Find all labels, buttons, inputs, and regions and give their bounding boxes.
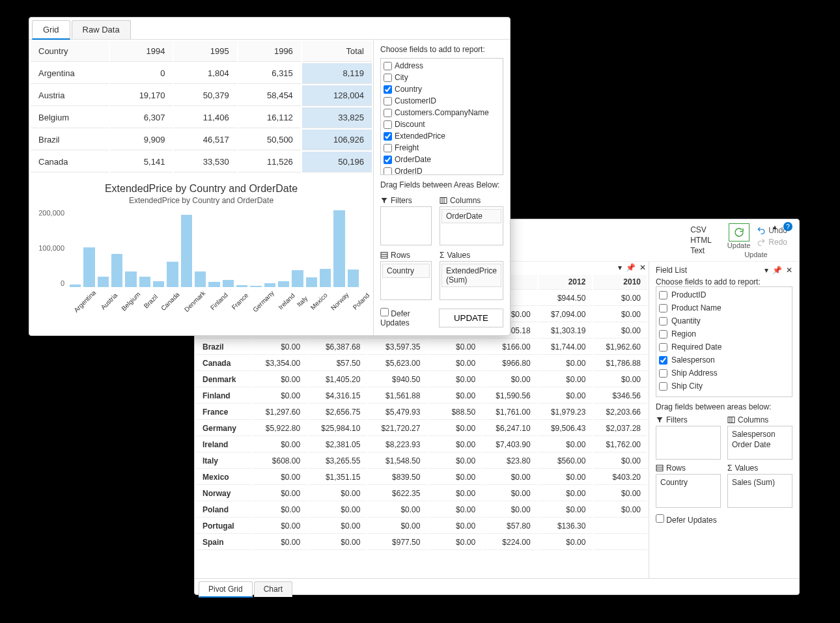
field-item[interactable]: CustomerID — [384, 95, 500, 107]
field-item[interactable]: ProductID — [659, 288, 789, 301]
drop-token[interactable]: ExtendedPrice (Sum) — [441, 264, 501, 287]
pin-icon[interactable]: 📌 — [626, 263, 636, 272]
field-item[interactable]: Discount — [384, 118, 500, 130]
cell: $1,561.88 — [368, 389, 427, 404]
cell: $4,316.15 — [308, 389, 367, 404]
cell: $1,979.23 — [539, 405, 593, 420]
pin-icon[interactable]: 📌 — [772, 266, 782, 275]
column-header[interactable]: Total — [302, 41, 372, 62]
close-icon[interactable]: ✕ — [639, 263, 646, 272]
export-html[interactable]: HTML — [690, 236, 712, 245]
bar — [208, 282, 219, 287]
field-item[interactable]: Customers.CompanyName — [384, 107, 500, 118]
values-dropzone[interactable]: ExtendedPrice (Sum) — [440, 261, 503, 300]
export-csv[interactable]: CSV — [690, 225, 712, 234]
help-icon[interactable]: ? — [783, 222, 792, 231]
export-text[interactable]: Text — [690, 246, 712, 255]
column-header[interactable]: 1995 — [174, 41, 236, 62]
row-label: Germany — [196, 421, 252, 436]
row-label: Mexico — [196, 470, 252, 485]
tab-chart[interactable]: Chart — [254, 581, 292, 597]
cell: $88.50 — [428, 405, 482, 420]
redo-button[interactable]: Redo — [757, 238, 787, 247]
dropdown-icon[interactable]: ▾ — [764, 266, 768, 275]
cell: 5,141 — [110, 152, 173, 173]
field-checklist-2[interactable]: ProductID Product Name Quantity Region R… — [656, 286, 792, 397]
bar — [70, 284, 81, 287]
grid-pane-controls: ▾ 📌 ✕ — [618, 263, 646, 272]
drop-token[interactable]: Country — [382, 264, 430, 278]
field-item[interactable]: Product Name — [659, 301, 789, 314]
cell: $0.00 — [428, 535, 482, 550]
rows-dropzone[interactable]: Country — [656, 474, 721, 508]
values-dropzone[interactable]: Sales (Sum) — [727, 474, 792, 508]
svg-rect-9 — [381, 253, 387, 258]
cell: 0 — [110, 63, 173, 84]
column-header[interactable]: 1994 — [110, 41, 173, 62]
cell: $5,479.93 — [368, 405, 427, 420]
collapse-up-icon[interactable]: ▲ — [770, 222, 779, 231]
rows-dropzone[interactable]: Country — [380, 261, 432, 300]
field-item[interactable]: OrderID — [384, 165, 500, 175]
cell: $1,786.88 — [593, 356, 647, 371]
column-header[interactable]: 2012 — [539, 275, 593, 290]
columns-label: Columns — [738, 415, 768, 424]
field-item[interactable]: Region — [659, 327, 789, 340]
tab-pivot-grid[interactable]: Pivot Grid — [199, 581, 253, 598]
filters-dropzone[interactable] — [380, 206, 432, 245]
cell: $0.00 — [593, 307, 647, 322]
pivot-grid-1[interactable]: Country199419951996TotalArgentina01,8046… — [29, 40, 373, 174]
update-button[interactable]: Update — [725, 222, 753, 251]
svg-rect-6 — [440, 198, 447, 204]
cell: $25,984.10 — [308, 421, 367, 436]
cell: $224.00 — [483, 535, 537, 550]
row-label: Austria — [31, 85, 109, 106]
field-item[interactable]: ExtendedPrice — [384, 130, 500, 142]
sigma-icon: Σ — [440, 251, 444, 260]
field-item[interactable]: Required Date — [659, 340, 789, 353]
cell: $346.56 — [593, 389, 647, 404]
cell: $23.80 — [483, 454, 537, 469]
column-header[interactable]: 2010 — [593, 275, 647, 290]
column-header[interactable]: 1996 — [238, 41, 301, 62]
field-item[interactable]: Freight — [384, 142, 500, 154]
field-item[interactable]: OrderDate — [384, 154, 500, 165]
column-header[interactable]: Country — [31, 41, 109, 62]
row-label: Ireland — [196, 437, 252, 452]
field-item[interactable]: Country — [384, 83, 500, 95]
field-item[interactable]: Quantity — [659, 314, 789, 327]
cell: $3,597.35 — [368, 340, 427, 355]
field-item[interactable]: City — [384, 72, 500, 83]
drop-token[interactable]: Salesperson — [732, 429, 788, 439]
field-item[interactable]: Ship Address — [659, 367, 789, 380]
field-checklist-1[interactable]: Address City Country CustomerID Customer… — [380, 58, 503, 175]
bar — [181, 215, 192, 287]
columns-dropzone[interactable]: Salesperson Order Date — [727, 426, 792, 460]
bar — [320, 269, 331, 287]
cell: $2,656.75 — [308, 405, 367, 420]
drop-token[interactable]: Sales (Sum) — [732, 477, 788, 488]
drop-token[interactable]: Order Date — [732, 439, 788, 450]
defer-updates-checkbox[interactable]: Defer Updates — [656, 516, 717, 525]
field-item[interactable]: Salesperson — [659, 353, 789, 367]
update-button[interactable]: UPDATE — [439, 309, 503, 327]
field-item[interactable]: Address — [384, 60, 500, 72]
drop-token[interactable]: OrderDate — [441, 209, 501, 223]
table-row: Poland$0.00$0.00$0.00$0.00$0.00$0.00$0.0… — [196, 503, 647, 518]
bar — [98, 277, 109, 287]
filters-dropzone[interactable] — [656, 426, 721, 460]
bar — [292, 270, 303, 287]
field-item[interactable]: Ship City — [659, 380, 789, 393]
tab-grid[interactable]: Grid — [32, 20, 70, 40]
close-icon[interactable]: ✕ — [786, 266, 792, 275]
defer-updates-checkbox[interactable]: Defer Updates — [380, 308, 439, 327]
tab-raw-data[interactable]: Raw Data — [72, 20, 131, 39]
field-list-panel-1: Choose fields to add to report: Address … — [373, 40, 510, 335]
cell: $1,761.00 — [483, 405, 537, 420]
dropdown-icon[interactable]: ▾ — [618, 263, 622, 272]
x-tick: Mexico — [309, 292, 328, 311]
cell: 128,004 — [302, 85, 372, 106]
bar-chart: 200,000100,0000 — [36, 209, 367, 287]
drop-token[interactable]: Country — [660, 477, 716, 488]
columns-dropzone[interactable]: OrderDate — [440, 206, 503, 245]
